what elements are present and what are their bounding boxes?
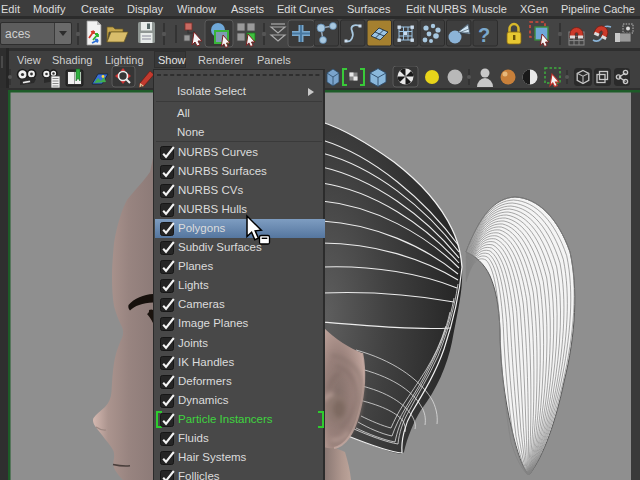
svg-text:?: ?: [478, 24, 490, 46]
